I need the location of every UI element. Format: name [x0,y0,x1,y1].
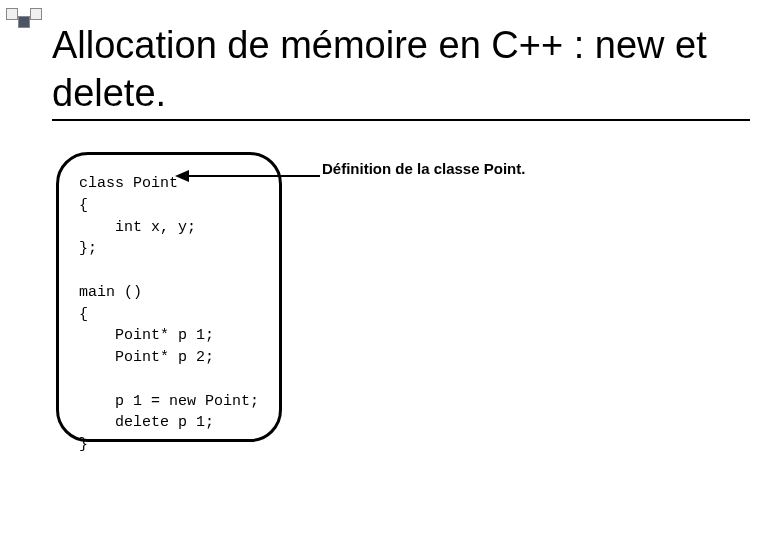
deco-square [30,8,42,20]
slide-title: Allocation de mémoire en C++ : new et de… [52,22,750,121]
code-block: class Point { int x, y; }; main () { Poi… [79,173,261,456]
code-box: class Point { int x, y; }; main () { Poi… [56,152,282,442]
annotation-label: Définition de la classe Point. [322,160,525,177]
arrow-icon [175,168,320,184]
slide-decoration [6,8,42,28]
deco-square [18,16,30,28]
svg-marker-1 [175,170,189,182]
deco-square [6,8,18,20]
